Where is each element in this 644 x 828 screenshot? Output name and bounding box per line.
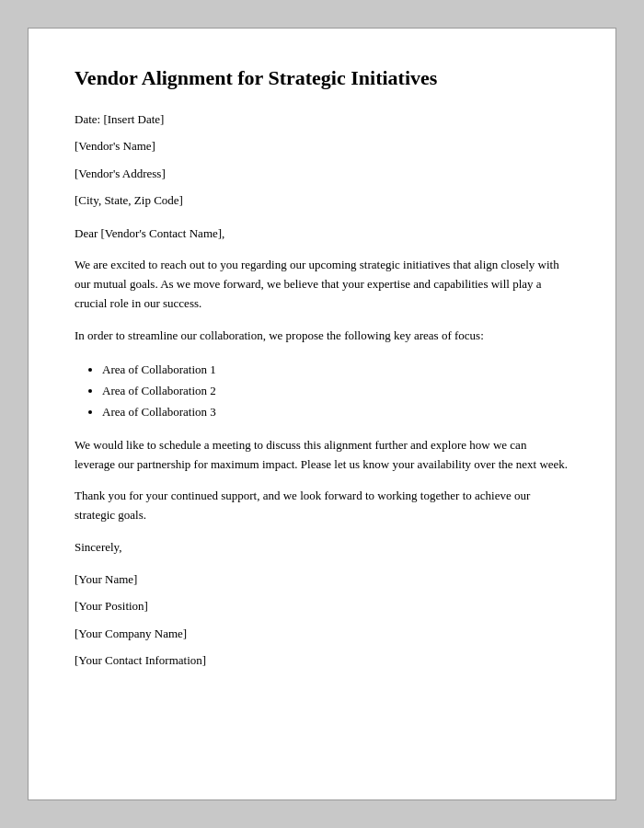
salutation: Dear [Vendor's Contact Name], [75, 224, 569, 244]
date-field: Date: [Insert Date] [75, 110, 569, 129]
paragraph-3: We would like to schedule a meeting to d… [75, 436, 569, 475]
vendor-address-field: [Vendor's Address] [75, 165, 569, 183]
document-title: Vendor Alignment for Strategic Initiativ… [75, 65, 569, 92]
vendor-name-field: [Vendor's Name] [75, 137, 569, 155]
paragraph-1: We are excited to reach out to you regar… [75, 256, 569, 313]
city-state-zip-field: [City, State, Zip Code] [75, 191, 569, 210]
paragraph-4: Thank you for your continued support, an… [75, 487, 569, 525]
your-position-field: [Your Position] [75, 597, 569, 615]
your-company-field: [Your Company Name] [75, 625, 569, 643]
list-item: Area of Collaboration 3 [102, 401, 569, 422]
paragraph-2: In order to streamline our collaboration… [75, 327, 569, 346]
list-item: Area of Collaboration 1 [102, 359, 569, 380]
document-page: Vendor Alignment for Strategic Initiativ… [28, 28, 616, 800]
your-contact-field: [Your Contact Information] [75, 651, 569, 670]
closing: Sincerely, [75, 538, 569, 558]
your-name-field: [Your Name] [75, 570, 569, 589]
list-item: Area of Collaboration 2 [102, 380, 569, 401]
collaboration-list: Area of Collaboration 1 Area of Collabor… [102, 359, 569, 423]
